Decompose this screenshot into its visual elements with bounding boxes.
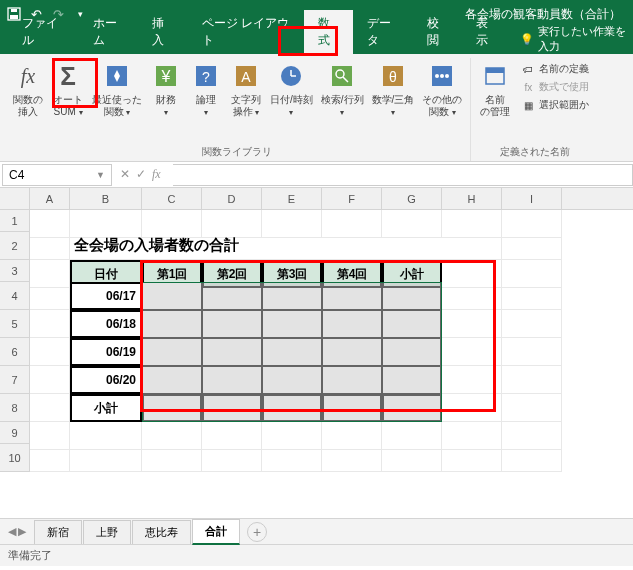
tab-data[interactable]: データ — [353, 10, 413, 54]
fx-icon[interactable]: fx — [152, 167, 161, 182]
tab-insert[interactable]: 挿入 — [138, 10, 187, 54]
ribbon-group-label-2: 定義された名前 — [500, 143, 570, 161]
table-row-head: 06/18 — [70, 310, 142, 338]
tab-file[interactable]: ファイル — [8, 10, 79, 54]
cancel-icon[interactable]: ✕ — [120, 167, 130, 182]
select-all-corner[interactable] — [0, 188, 30, 209]
row-header[interactable]: 8 — [0, 394, 30, 422]
sheet-nav-next[interactable]: ▶ — [18, 525, 26, 538]
tab-home[interactable]: ホーム — [79, 10, 139, 54]
ribbon-group-label: 関数ライブラリ — [202, 143, 272, 161]
use-in-formula-button[interactable]: fx数式で使用 — [515, 78, 595, 96]
col-header[interactable]: E — [262, 188, 322, 209]
tab-view[interactable]: 表示 — [462, 10, 511, 54]
sheet-tab-bar: ◀ ▶ 新宿 上野 恵比寿 合計 + — [0, 518, 633, 544]
svg-text:?: ? — [202, 69, 210, 85]
row-header[interactable]: 4 — [0, 282, 30, 310]
svg-point-22 — [445, 74, 449, 78]
svg-point-21 — [440, 74, 444, 78]
svg-rect-24 — [486, 68, 504, 73]
more-functions-button[interactable]: その他の 関数 ▾ — [418, 58, 466, 120]
name-box[interactable]: C4 ▼ — [2, 164, 112, 186]
recent-icon — [101, 60, 133, 92]
status-bar: 準備完了 — [0, 544, 633, 566]
col-header[interactable]: C — [142, 188, 202, 209]
row-header[interactable]: 7 — [0, 366, 30, 394]
selection-icon: ▦ — [521, 98, 535, 112]
logical-button[interactable]: ? 論理▾ — [186, 58, 226, 120]
sheet-tab[interactable]: 合計 — [192, 519, 240, 545]
new-sheet-button[interactable]: + — [247, 522, 267, 542]
col-header[interactable]: F — [322, 188, 382, 209]
fx-small-icon: fx — [521, 80, 535, 94]
create-from-selection-button[interactable]: ▦選択範囲か — [515, 96, 595, 114]
math-button[interactable]: θ 数学/三角▾ — [368, 58, 419, 120]
table-row-head: 06/17 — [70, 282, 142, 310]
row-header[interactable]: 6 — [0, 338, 30, 366]
tab-review[interactable]: 校閲 — [413, 10, 462, 54]
text-icon: A — [230, 60, 262, 92]
tab-pagelayout[interactable]: ページ レイアウト — [188, 10, 304, 54]
text-button[interactable]: A 文字列 操作 ▾ — [226, 58, 266, 120]
sheet-tab[interactable]: 新宿 — [34, 520, 82, 544]
sigma-icon: Σ — [52, 60, 84, 92]
row-header[interactable]: 10 — [0, 444, 30, 472]
autosum-button[interactable]: Σ オート SUM ▾ — [48, 58, 88, 120]
sheet-nav: ◀ ▶ — [8, 525, 26, 538]
row-header[interactable]: 5 — [0, 310, 30, 338]
lookup-button[interactable]: 検索/行列▾ — [317, 58, 368, 120]
more-icon — [426, 60, 458, 92]
name-manager-button[interactable]: 名前 の管理 — [475, 58, 515, 120]
logical-icon: ? — [190, 60, 222, 92]
name-manager-icon — [479, 60, 511, 92]
status-text: 準備完了 — [8, 548, 52, 563]
col-header[interactable]: D — [202, 188, 262, 209]
datetime-button[interactable]: 日付/時刻▾ — [266, 58, 317, 120]
table-row-head: 06/19 — [70, 338, 142, 366]
tell-me[interactable]: 💡 実行したい作業を入力 — [520, 24, 633, 54]
svg-text:¥: ¥ — [161, 68, 171, 85]
enter-icon[interactable]: ✓ — [136, 167, 146, 182]
col-header[interactable]: B — [70, 188, 142, 209]
row-header[interactable]: 9 — [0, 422, 30, 444]
lookup-icon — [326, 60, 358, 92]
table-row-head: 小計 — [70, 394, 142, 422]
lightbulb-icon: 💡 — [520, 33, 534, 46]
chevron-down-icon[interactable]: ▼ — [96, 170, 105, 180]
financial-button[interactable]: ¥ 財務▾ — [146, 58, 186, 120]
ribbon-tabs: ファイル ホーム 挿入 ページ レイアウト 数式 データ 校閲 表示 💡 実行し… — [0, 28, 633, 54]
col-header[interactable]: H — [442, 188, 502, 209]
clock-icon — [275, 60, 307, 92]
formula-input[interactable] — [173, 164, 633, 186]
recent-functions-button[interactable]: 最近使った 関数 ▾ — [88, 58, 146, 120]
svg-point-20 — [435, 74, 439, 78]
ribbon: fx 関数の 挿入 Σ オート SUM ▾ 最近使った 関数 ▾ ¥ 財務▾ ?… — [0, 54, 633, 162]
row-header[interactable]: 3 — [0, 260, 30, 282]
col-header[interactable]: A — [30, 188, 70, 209]
row-header[interactable]: 1 — [0, 210, 30, 232]
svg-text:A: A — [241, 69, 251, 85]
math-icon: θ — [377, 60, 409, 92]
formula-bar-buttons: ✕ ✓ fx — [112, 167, 173, 182]
tab-formulas[interactable]: 数式 — [304, 10, 353, 54]
sheet-tab[interactable]: 上野 — [83, 520, 131, 544]
table-row-head: 06/20 — [70, 366, 142, 394]
define-name-button[interactable]: 🏷名前の定義 — [515, 60, 595, 78]
sheet-nav-prev[interactable]: ◀ — [8, 525, 16, 538]
redo-icon[interactable]: ↷ — [50, 6, 66, 22]
formula-bar: C4 ▼ ✕ ✓ fx — [0, 162, 633, 188]
col-header[interactable]: I — [502, 188, 562, 209]
sheet-tab[interactable]: 恵比寿 — [132, 520, 191, 544]
table-title: 全会場の入場者数の合計 — [70, 232, 442, 260]
col-header[interactable]: G — [382, 188, 442, 209]
svg-text:θ: θ — [389, 69, 397, 85]
insert-function-button[interactable]: fx 関数の 挿入 — [8, 58, 48, 120]
worksheet-grid[interactable]: A B C D E F G H I 1 2 3 4 5 6 7 8 9 10 全… — [0, 188, 633, 518]
row-header[interactable]: 2 — [0, 232, 30, 260]
financial-icon: ¥ — [150, 60, 182, 92]
fx-icon: fx — [12, 60, 44, 92]
svg-rect-14 — [332, 66, 352, 86]
tag-icon: 🏷 — [521, 62, 535, 76]
